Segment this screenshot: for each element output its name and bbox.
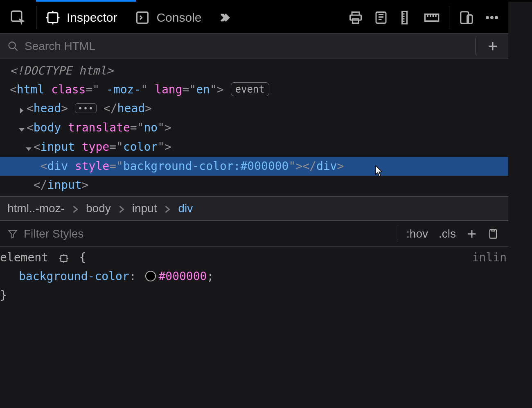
inspector-icon xyxy=(45,10,60,25)
twisty-closed-icon[interactable] xyxy=(17,100,27,118)
kebab-menu-icon[interactable] xyxy=(484,9,500,26)
breadcrumb: html..-moz- body input div xyxy=(0,197,508,221)
tab-label: Inspector xyxy=(67,11,117,25)
light-dark-icon[interactable] xyxy=(373,9,389,26)
dom-line-selected[interactable]: <div style="background-color:#000000"></… xyxy=(0,157,508,176)
ruler-horizontal-icon[interactable] xyxy=(424,9,440,26)
highlight-selector-icon[interactable] xyxy=(57,252,71,265)
dom-line-body[interactable]: <body translate="no"> xyxy=(0,118,508,138)
crumb-input[interactable]: input xyxy=(132,202,157,215)
svg-point-11 xyxy=(490,16,494,19)
twisty-open-icon[interactable] xyxy=(17,119,27,138)
search-html-input[interactable] xyxy=(25,40,468,53)
add-node-button[interactable] xyxy=(485,38,501,54)
dom-line-html[interactable]: <html class=" -moz-" lang="en"> event xyxy=(0,80,508,99)
svg-point-12 xyxy=(495,16,498,19)
event-badge[interactable]: event xyxy=(231,82,269,96)
ruler-vertical-icon[interactable] xyxy=(398,9,415,26)
rule-close-brace: } xyxy=(0,286,508,305)
dom-line-doctype[interactable]: <!DOCTYPE html> xyxy=(0,61,508,80)
svg-rect-1 xyxy=(48,13,58,23)
svg-point-10 xyxy=(486,16,489,19)
element-picker-button[interactable] xyxy=(0,2,36,34)
toolbar-separator xyxy=(398,226,398,242)
css-declaration[interactable]: background-color: #000000; xyxy=(0,267,508,286)
chevron-right-icon xyxy=(118,202,125,215)
crumb-html[interactable]: html..-moz- xyxy=(7,202,65,215)
more-tabs-button[interactable] xyxy=(210,2,239,34)
color-swatch[interactable] xyxy=(145,271,156,281)
responsive-design-icon[interactable] xyxy=(458,9,475,26)
css-rules: element { inlin background-color: #00000… xyxy=(0,247,508,305)
console-icon xyxy=(135,10,150,25)
crumb-div[interactable]: div xyxy=(178,202,193,215)
print-simulation-icon[interactable] xyxy=(347,9,364,26)
ellipsis-badge[interactable]: ••• xyxy=(75,103,97,113)
filter-icon xyxy=(7,229,18,239)
hov-button[interactable]: :hov xyxy=(404,227,431,240)
filter-styles-input[interactable] xyxy=(24,227,392,240)
tab-label: Console xyxy=(156,11,201,25)
tab-inspector[interactable]: Inspector xyxy=(36,2,126,34)
search-icon xyxy=(7,41,19,52)
devtools-toolbar: Inspector Console xyxy=(0,2,508,34)
svg-rect-15 xyxy=(61,255,67,261)
dom-tree[interactable]: <!DOCTYPE html> <html class=" -moz-" lan… xyxy=(0,59,508,197)
rule-selector[interactable]: element { xyxy=(0,248,508,267)
cls-button[interactable]: .cls xyxy=(436,227,458,240)
rule-source[interactable]: inlin xyxy=(472,248,507,267)
styles-header: :hov .cls xyxy=(0,221,508,247)
tab-console[interactable]: Console xyxy=(126,2,210,34)
clipboard-icon[interactable] xyxy=(485,226,501,242)
search-html-bar xyxy=(0,34,508,59)
crumb-body[interactable]: body xyxy=(86,202,111,215)
chevron-right-icon xyxy=(164,202,171,215)
toolbar-separator xyxy=(449,6,449,29)
dom-line-input[interactable]: <input type="color"> xyxy=(0,138,508,157)
add-rule-button[interactable] xyxy=(464,226,480,242)
dom-line-head[interactable]: <head> ••• </head> xyxy=(0,99,508,118)
chevron-right-icon xyxy=(72,202,79,215)
toolbar-separator xyxy=(475,38,476,54)
dom-line-input-close[interactable]: </input> xyxy=(0,176,508,195)
svg-point-13 xyxy=(9,42,16,48)
twisty-open-icon[interactable] xyxy=(24,138,34,157)
